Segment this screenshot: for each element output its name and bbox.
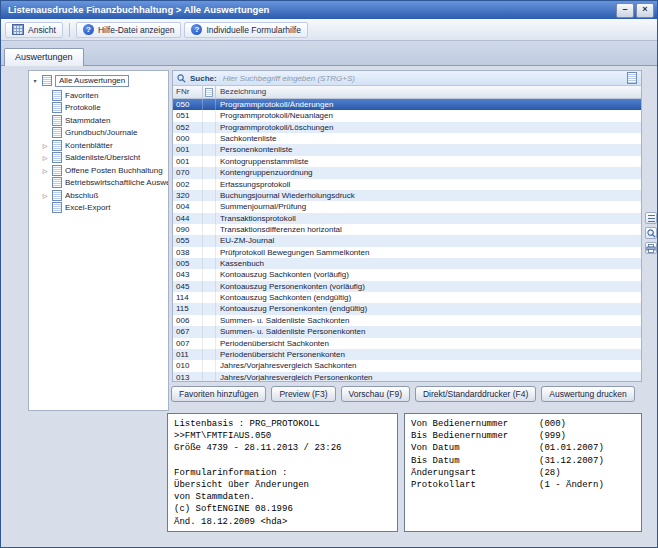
- row-name: Summenjournal/Prüfung: [216, 201, 641, 212]
- parameter-label: Bis Bedienernummer: [411, 430, 539, 442]
- table-row[interactable]: 043Kontoauszug Sachkonten (vorläufig): [173, 269, 641, 280]
- table-row[interactable]: 115Kontoauszug Personenkonten (endgültig…: [173, 303, 641, 314]
- row-name: Transaktionsprotokoll: [216, 213, 641, 224]
- side-toolbar: [645, 212, 657, 254]
- info-line: Formularinformation :: [174, 467, 391, 479]
- row-name: Sachkontenliste: [216, 133, 641, 144]
- tree-item-grundbuch-journale[interactable]: Grundbuch/Journale: [29, 127, 168, 140]
- table-row[interactable]: 001Personenkontenliste: [173, 144, 641, 155]
- row-icon-cell: [203, 224, 216, 235]
- table-row[interactable]: 013Jahres/Vorjahresvergleich Personenkon…: [173, 372, 641, 381]
- table-row[interactable]: 045Kontoauszug Personenkonten (vorläufig…: [173, 281, 641, 292]
- collapse-arrow-icon[interactable]: ▾: [31, 77, 39, 84]
- row-fnr: 038: [173, 247, 203, 258]
- column-header-icon[interactable]: [203, 86, 216, 98]
- document-icon: [52, 115, 62, 126]
- parameter-row: Änderungsart(28): [411, 467, 635, 479]
- table-row[interactable]: 090Transaktionsdifferenzen horizontal: [173, 224, 641, 235]
- row-fnr: 055: [173, 235, 203, 246]
- table-row[interactable]: 044Transaktionsprotokoll: [173, 213, 641, 224]
- search-input[interactable]: [221, 73, 623, 84]
- table-row[interactable]: 038Prüfprotokoll Bewegungen Sammelkonten: [173, 247, 641, 258]
- info-line: Änd. 18.12.2009 <hda>: [174, 516, 391, 528]
- column-header-fnr[interactable]: FNr: [173, 86, 203, 98]
- row-fnr: 005: [173, 258, 203, 269]
- direkt-standarddrucker-f4-button[interactable]: Direkt/Standarddrucker (F4): [415, 386, 536, 402]
- expand-arrow-icon[interactable]: ▷: [41, 154, 49, 161]
- table-row[interactable]: 007Periodenübersicht Sachkonten: [173, 338, 641, 349]
- tree-item-offene-posten-buchhaltung[interactable]: ▷Offene Posten Buchhaltung: [29, 164, 168, 177]
- tree-item-protokolle[interactable]: Protokolle: [29, 102, 168, 115]
- row-fnr: 010: [173, 360, 203, 371]
- table-row[interactable]: 055EU-ZM-Journal: [173, 235, 641, 246]
- parameter-label: Von Datum: [411, 442, 539, 454]
- hilfe-datei-anzeigen-button[interactable]: ? Hilfe-Datei anzeigen: [76, 22, 182, 38]
- row-fnr: 002: [173, 179, 203, 190]
- table-row[interactable]: 320Buchungsjournal Wiederholungsdruck: [173, 190, 641, 201]
- tree-item-abschlu[interactable]: ▷Abschluß: [29, 189, 168, 202]
- document-icon: [52, 90, 62, 101]
- auswertung-drucken-button[interactable]: Auswertung drucken: [541, 386, 635, 402]
- row-name: Jahres/Vorjahresvergleich Sachkonten: [216, 360, 641, 371]
- sheet-icon[interactable]: [627, 72, 637, 84]
- tree-item-list: FavoritenProtokolleStammdatenGrundbuch/J…: [29, 89, 168, 214]
- table-row[interactable]: 050Programmprotokoll/Änderungen: [173, 99, 641, 110]
- preview-f3-button[interactable]: Preview (F3): [271, 386, 335, 402]
- title-bar[interactable]: Listenausdrucke Finanzbuchhaltung > Alle…: [1, 1, 657, 19]
- row-icon-cell: [203, 360, 216, 371]
- report-list-panel: Suche: FNr Bezeichnung 050Programmprotok…: [172, 70, 642, 382]
- table-row[interactable]: 067Summen- u. Saldenliste Personenkonten: [173, 326, 641, 337]
- row-name: Programmprotokoll/Neuanlagen: [216, 110, 641, 121]
- info-line: [174, 455, 391, 467]
- individuelle-formularhilfe-button[interactable]: ? Individuelle Formularhilfe: [184, 22, 308, 38]
- table-row[interactable]: 006Summen- u. Saldenliste Sachkonten: [173, 315, 641, 326]
- info-line: (c) SoftENGINE 08.1996: [174, 503, 391, 515]
- minimize-button[interactable]: –: [616, 3, 634, 18]
- table-row[interactable]: 052Programmprotokoll/Löschungen: [173, 122, 641, 133]
- column-header-bezeichnung[interactable]: Bezeichnung: [216, 86, 641, 98]
- tree-item-saldenliste-bersicht[interactable]: ▷Saldenliste/Übersicht: [29, 152, 168, 165]
- action-button-row: Favoriten hinzufügenPreview (F3)Vorschau…: [171, 386, 635, 402]
- row-fnr: 114: [173, 292, 203, 303]
- printer-icon[interactable]: [645, 242, 657, 254]
- tree-item-stammdaten[interactable]: Stammdaten: [29, 114, 168, 127]
- table-row[interactable]: 051Programmprotokoll/Neuanlagen: [173, 110, 641, 121]
- table-row[interactable]: 004Summenjournal/Prüfung: [173, 201, 641, 212]
- expand-arrow-icon[interactable]: ▷: [41, 192, 49, 199]
- search-bar: Suche:: [173, 71, 641, 86]
- magnifier-icon[interactable]: [645, 227, 657, 239]
- list-icon[interactable]: [645, 212, 657, 224]
- hilfe-datei-label: Hilfe-Datei anzeigen: [98, 25, 175, 35]
- table-row[interactable]: 114Kontoauszug Sachkonten (endgültig): [173, 292, 641, 303]
- ansicht-button[interactable]: Ansicht: [5, 22, 63, 38]
- row-fnr: 115: [173, 303, 203, 314]
- favoriten-hinzuf-gen-button[interactable]: Favoriten hinzufügen: [171, 386, 266, 402]
- table-row[interactable]: 000Sachkontenliste: [173, 133, 641, 144]
- tree-item-favoriten[interactable]: Favoriten: [29, 89, 168, 102]
- row-fnr: 044: [173, 213, 203, 224]
- parameter-panel: Von Bedienernummer(000)Bis Bedienernumme…: [404, 413, 642, 532]
- window-title: Listenausdrucke Finanzbuchhaltung > Alle…: [8, 4, 269, 15]
- row-icon-cell: [203, 201, 216, 212]
- row-name: Kontoauszug Personenkonten (vorläufig): [216, 281, 641, 292]
- vorschau-f9-button[interactable]: Vorschau (F9): [341, 386, 410, 402]
- document-icon: [52, 202, 62, 213]
- folder-icon: [42, 75, 52, 86]
- table-row[interactable]: 001Kontogruppenstammliste: [173, 156, 641, 167]
- close-button[interactable]: ×: [636, 3, 654, 18]
- tree-item-betriebswirtschaftliche-auswertungen[interactable]: Betriebswirtschaftliche Auswertungen: [29, 177, 168, 190]
- expand-arrow-icon[interactable]: ▷: [41, 142, 49, 149]
- table-row[interactable]: 011Periodenübersicht Personenkonten: [173, 349, 641, 360]
- tab-auswertungen[interactable]: Auswertungen: [4, 48, 84, 66]
- tree-item-excel-export[interactable]: Excel-Export: [29, 202, 168, 215]
- table-row[interactable]: 005Kassenbuch: [173, 258, 641, 269]
- row-icon-cell: [203, 315, 216, 326]
- expand-arrow-icon[interactable]: ▷: [41, 167, 49, 174]
- table-row[interactable]: 010Jahres/Vorjahresvergleich Sachkonten: [173, 360, 641, 371]
- table-row[interactable]: 002Erfassungsprotokoll: [173, 179, 641, 190]
- tree-item-kontenbl-tter[interactable]: ▷Kontenblätter: [29, 139, 168, 152]
- table-row[interactable]: 070Kontengruppenzuordnung: [173, 167, 641, 178]
- tree-item-alle-auswertungen[interactable]: ▾ Alle Auswertungen: [29, 71, 168, 89]
- tree-item-label: Grundbuch/Journale: [65, 128, 138, 137]
- parameter-label: Protokollart: [411, 479, 539, 491]
